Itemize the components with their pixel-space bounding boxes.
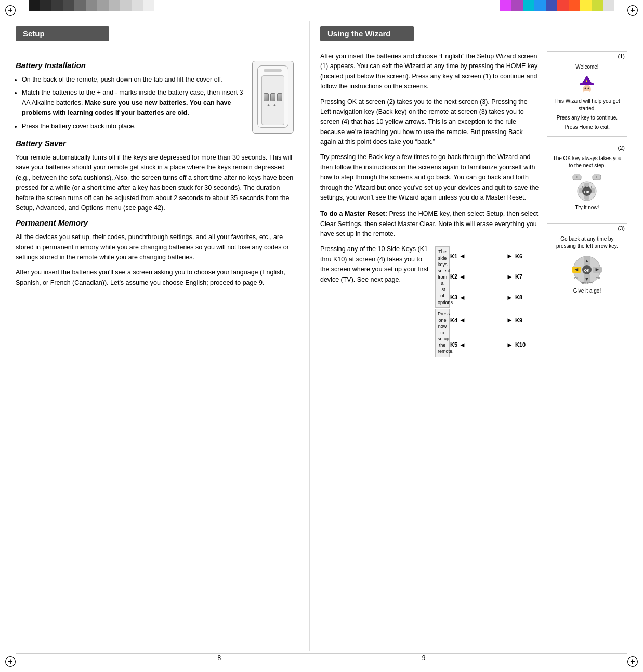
master-reset: To do a Master Reset: Press the HOME key… bbox=[320, 209, 539, 239]
reg-mark-tl bbox=[5, 5, 16, 16]
screen-2-text: The OK key always takes you to the next … bbox=[552, 155, 623, 169]
wizard-screen-2: (2) The OK key always takes you to the n… bbox=[547, 143, 627, 217]
wizard-text-area: After you insert the batteries and choos… bbox=[320, 51, 539, 357]
wizard-svg: ★ bbox=[578, 75, 596, 96]
battery-installation-section: + - + - Battery Installation On the back… bbox=[16, 61, 299, 131]
permanent-memory-section: Permanent Memory All the devices you set… bbox=[16, 218, 299, 288]
screen-3-text: Go back at any time by pressing the left… bbox=[552, 235, 623, 250]
permanent-memory-title: Permanent Memory bbox=[16, 218, 299, 227]
color-bar-right bbox=[500, 0, 614, 11]
wizard-figure: ★ bbox=[578, 75, 596, 96]
ok-button-container: + + OK bbox=[569, 174, 605, 202]
battery-saver-text: Your remote automatically turns off if t… bbox=[16, 153, 299, 213]
key-k7: K7 bbox=[515, 272, 530, 281]
screen-3-number: (3) bbox=[547, 224, 627, 232]
key-k1: K1 bbox=[450, 252, 458, 261]
left-column: Setup + - + - bbox=[16, 21, 309, 651]
screen-2-content: The OK key always takes you to the next … bbox=[547, 152, 627, 217]
wizard-header: Using the Wizard bbox=[320, 26, 414, 41]
page-number-right: 9 bbox=[422, 654, 426, 662]
key-k3: K3 bbox=[450, 293, 458, 302]
screen-1-welcome: Welcome! bbox=[575, 63, 598, 71]
key-k8: K8 bbox=[515, 293, 530, 302]
right-column: Using the Wizard After you insert the ba… bbox=[309, 21, 627, 651]
svg-text:SELECT: SELECT bbox=[582, 185, 592, 188]
screen-3-content: Go back at any time by pressing the left… bbox=[547, 232, 627, 300]
side-keys-section: Pressing any of the 10 Side Keys (K1 thr… bbox=[320, 244, 539, 357]
page-container: Setup + - + - bbox=[16, 21, 627, 651]
key-k4: K4 bbox=[450, 316, 458, 325]
wizard-screen-1: (1) Welcome! ★ bbox=[547, 51, 627, 137]
key-k2: K2 bbox=[450, 272, 458, 281]
arrow-k1-left: ◄ bbox=[459, 251, 506, 261]
screen-1-text3: Press Home to exit. bbox=[565, 124, 610, 131]
battery-saver-title: Battery Saver bbox=[16, 139, 299, 148]
reg-mark-tr bbox=[627, 5, 638, 16]
wizard-para3: Try pressing the Back key a few times to… bbox=[320, 152, 539, 203]
master-reset-label: To do a Master Reset: bbox=[320, 210, 387, 217]
arrow-k5: ◄ bbox=[459, 340, 506, 350]
key-k10: K10 bbox=[515, 340, 530, 349]
battery-image-area: + - + - bbox=[252, 61, 299, 134]
ok-button-svg: + + OK bbox=[569, 174, 605, 202]
svg-point-4 bbox=[585, 88, 586, 89]
screen-3-give: Give it a go! bbox=[573, 287, 601, 295]
center-divider-bottom bbox=[322, 648, 322, 654]
keys-diagram-area: K1 ◄ The side keysselect from alist of o… bbox=[435, 244, 539, 357]
svg-point-6 bbox=[583, 91, 590, 95]
screen-1-text2: Press any key to continue. bbox=[557, 114, 618, 122]
svg-text:◄: ◄ bbox=[574, 266, 580, 272]
arrow-k10: ► bbox=[506, 340, 515, 350]
permanent-memory-text-1: All the devices you set up, their codes,… bbox=[16, 232, 299, 262]
wizard-screens-column: (1) Welcome! ★ bbox=[547, 51, 627, 357]
key-k9: K9 bbox=[515, 316, 530, 325]
arrow-k8: ► bbox=[506, 293, 515, 303]
arrow-k2: ◄ bbox=[459, 272, 506, 282]
wizard-para2: Pressing OK at screen (2) takes you to t… bbox=[320, 97, 539, 148]
master-reset-text: To do a Master Reset: Press the HOME key… bbox=[320, 209, 539, 239]
setup-header: Setup bbox=[16, 26, 109, 41]
svg-text:►: ► bbox=[595, 266, 600, 272]
keys-desc-bottom: Press onenow to setupthe remote. bbox=[435, 309, 450, 357]
side-keys-text: Pressing any of the 10 Side Keys (K1 thr… bbox=[320, 244, 430, 357]
svg-text:DL: DL bbox=[574, 276, 579, 280]
side-keys-table: K1 ◄ The side keysselect from alist of o… bbox=[435, 246, 539, 357]
screen-2-try: Try it now! bbox=[575, 204, 599, 212]
key-k5: K5 bbox=[450, 340, 458, 349]
key-k6: K6 bbox=[515, 252, 530, 261]
battery-illustration: + - + - bbox=[252, 61, 294, 134]
page-number-left: 8 bbox=[218, 654, 221, 662]
screen-1-number: (1) bbox=[547, 52, 627, 60]
keys-desc-top: The side keysselect from alist of option… bbox=[435, 246, 450, 307]
screen-2-number: (2) bbox=[547, 143, 627, 152]
arrow-k4: ◄ bbox=[459, 315, 506, 325]
svg-point-5 bbox=[588, 88, 589, 89]
svg-text:CR: CR bbox=[596, 276, 600, 280]
arrow-k6-right: ► bbox=[506, 251, 515, 261]
wizard-inner: After you insert the batteries and choos… bbox=[320, 51, 627, 357]
battery-saver-section: Battery Saver Your remote automatically … bbox=[16, 139, 299, 213]
arrow-k3: ◄ bbox=[459, 293, 506, 303]
arrow-k7: ► bbox=[506, 272, 515, 282]
side-keys-para: Pressing any of the 10 Side Keys (K1 thr… bbox=[320, 244, 430, 285]
svg-text:★: ★ bbox=[585, 80, 588, 83]
reg-mark-bl bbox=[5, 656, 16, 667]
svg-text:OK: OK bbox=[584, 269, 590, 272]
wizard-para1: After you insert the batteries and choos… bbox=[320, 51, 539, 92]
screen-1-content: Welcome! ★ bbox=[547, 60, 627, 136]
svg-text:▼: ▼ bbox=[585, 276, 589, 282]
nav-pad-container: ◄ ► ▲ ▼ bbox=[569, 254, 605, 285]
svg-text:▲: ▲ bbox=[585, 258, 589, 263]
arrow-k9: ► bbox=[506, 315, 515, 325]
svg-text:+: + bbox=[576, 175, 579, 180]
svg-text:SELECT: SELECT bbox=[581, 282, 594, 285]
reg-mark-br bbox=[627, 656, 638, 667]
svg-text:OK: OK bbox=[584, 190, 590, 194]
nav-pad-svg: ◄ ► ▲ ▼ bbox=[569, 254, 605, 285]
permanent-memory-text-2: After you insert the batteries you'll se… bbox=[16, 268, 299, 288]
bold-text: Make sure you use new batteries. You can… bbox=[22, 99, 231, 116]
svg-text:+: + bbox=[596, 175, 598, 180]
wizard-screen-3: (3) Go back at any time by pressing the … bbox=[547, 223, 627, 300]
color-bar-left bbox=[29, 0, 154, 11]
screen-1-text1: This Wizard will help you get started. bbox=[552, 98, 623, 112]
